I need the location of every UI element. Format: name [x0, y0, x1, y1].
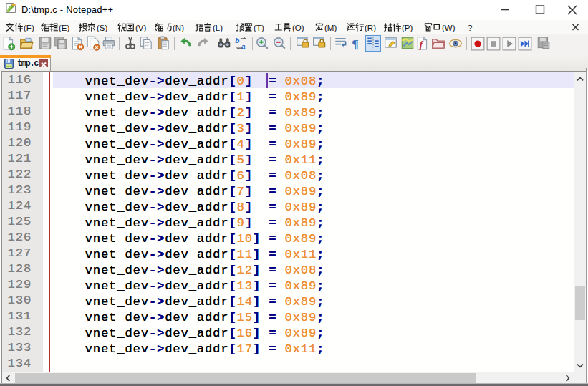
svg-text:b: b — [235, 37, 239, 44]
svg-text:a: a — [241, 42, 246, 50]
svg-text:¶: ¶ — [352, 37, 359, 51]
